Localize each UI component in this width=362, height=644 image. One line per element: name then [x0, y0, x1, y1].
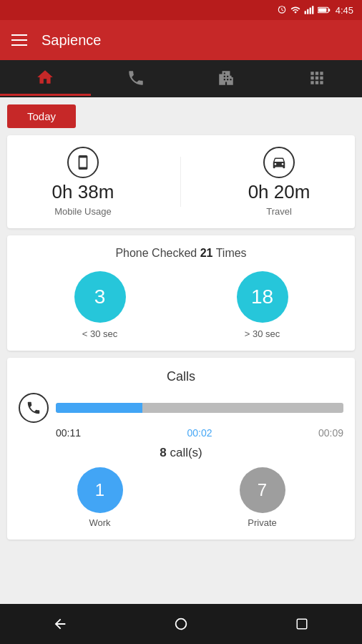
signal-icon	[304, 5, 314, 15]
time-display: 4:45	[336, 5, 353, 16]
usage-divider	[180, 157, 181, 207]
calls-progress-row	[19, 393, 343, 423]
bottom-nav	[0, 604, 362, 644]
call-types-row: 1 Work 7 Private	[19, 467, 343, 528]
work-calls: 1 Work	[77, 467, 123, 528]
hamburger-menu[interactable]	[11, 34, 27, 46]
calls-card: Calls 00:11 00:02 00:09 8 call(s) 1 Work…	[7, 358, 355, 540]
phone-checked-title: Phone Checked 21 Times	[19, 247, 343, 260]
travel-time: 0h 20m	[248, 181, 310, 203]
circle-bubble-18: 18	[237, 271, 288, 323]
recent-apps-button[interactable]	[288, 610, 316, 638]
private-label: Private	[248, 517, 276, 528]
circle-under-30: 3 < 30 sec	[74, 271, 126, 339]
nav-tabs	[0, 60, 362, 97]
mobile-icon	[67, 147, 99, 178]
alarm-icon	[277, 5, 287, 15]
svg-rect-3	[312, 6, 313, 14]
battery-icon	[318, 6, 331, 14]
svg-rect-6	[318, 8, 326, 11]
circle-bubble-3: 3	[74, 271, 126, 323]
main-content: Today 0h 38m Mobile Usage 0h 20m Travel	[0, 97, 362, 604]
grid-icon	[308, 69, 326, 87]
private-bubble: 7	[240, 467, 285, 513]
phone-icon	[127, 69, 145, 87]
mobile-time: 0h 38m	[52, 181, 114, 203]
app-title: Sapience	[41, 32, 101, 49]
call-suffix: call(s)	[167, 446, 202, 459]
tab-home[interactable]	[0, 60, 91, 96]
phone-checked-card: Phone Checked 21 Times 3 < 30 sec 18 > 3…	[7, 235, 355, 351]
svg-rect-0	[304, 11, 305, 14]
travel-icon	[263, 147, 295, 178]
mobile-label: Mobile Usage	[54, 206, 112, 217]
calls-phone-icon	[19, 393, 49, 423]
svg-rect-1	[307, 9, 308, 14]
back-button[interactable]	[46, 610, 74, 638]
travel-item: 0h 20m Travel	[248, 147, 310, 217]
blue-time: 00:02	[187, 427, 212, 439]
work-label: Work	[89, 517, 110, 528]
mobile-usage-item: 0h 38m Mobile Usage	[52, 147, 114, 217]
travel-label: Travel	[266, 206, 292, 217]
tab-grid[interactable]	[272, 60, 363, 96]
building-icon	[217, 69, 235, 87]
phone-checked-prefix: Phone Checked	[115, 247, 200, 259]
calls-progress-bar	[56, 403, 343, 413]
today-button[interactable]: Today	[7, 104, 76, 128]
private-calls: 7 Private	[240, 467, 285, 528]
circle-label-30: < 30 sec	[82, 328, 118, 339]
svg-rect-2	[309, 8, 310, 14]
phone-checked-suffix: Times	[212, 247, 246, 259]
gray-time: 00:09	[318, 427, 343, 439]
tab-phone[interactable]	[91, 60, 182, 96]
circle-label-over30: > 30 sec	[245, 328, 280, 339]
phone-checked-count: 21	[200, 247, 213, 259]
tab-building[interactable]	[181, 60, 272, 96]
calls-title: Calls	[19, 369, 343, 384]
status-bar: 4:45	[0, 0, 362, 20]
calls-times: 00:11 00:02 00:09	[19, 427, 343, 439]
work-bubble: 1	[77, 467, 123, 513]
usage-card: 0h 38m Mobile Usage 0h 20m Travel	[7, 135, 355, 228]
status-icons: 4:45	[277, 5, 353, 16]
svg-point-7	[176, 619, 187, 630]
app-bar: Sapience	[0, 20, 362, 60]
total-time: 00:11	[56, 427, 81, 439]
home-icon	[36, 68, 54, 87]
circle-over-30: 18 > 30 sec	[237, 271, 288, 339]
circles-row: 3 < 30 sec 18 > 30 sec	[19, 271, 343, 339]
home-button[interactable]	[167, 610, 195, 638]
wifi-icon	[290, 5, 300, 15]
calls-progress-fill	[56, 403, 142, 413]
svg-rect-8	[297, 619, 307, 629]
svg-rect-5	[328, 9, 330, 11]
calls-count: 8 call(s)	[19, 446, 343, 460]
call-number: 8	[160, 446, 166, 459]
